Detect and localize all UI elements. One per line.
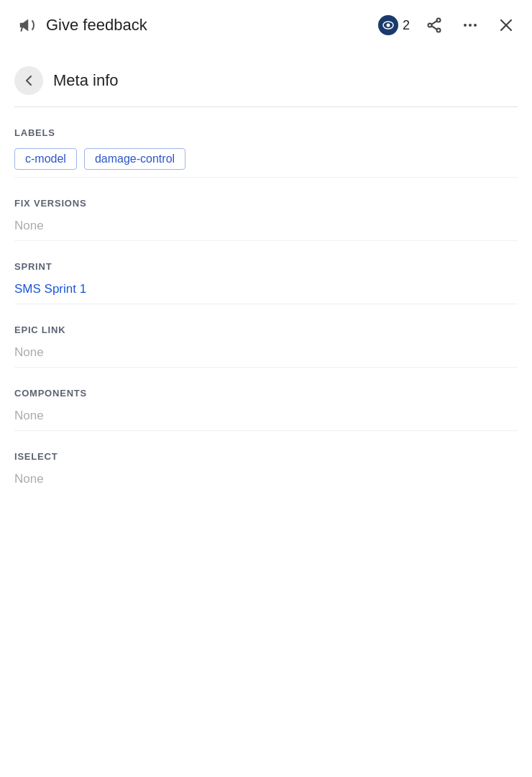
share-button[interactable]	[423, 14, 446, 37]
header-actions: 2	[378, 14, 518, 37]
section-label-sprint: SPRINT	[14, 261, 518, 272]
section-label-fix-versions: FIX VERSIONS	[14, 198, 518, 209]
section-value-sprint[interactable]: SMS Sprint 1	[14, 282, 518, 296]
meta-info-title: Meta info	[53, 71, 119, 90]
labels-row: c-modeldamage-control	[14, 148, 518, 170]
header-left: Give feedback	[14, 13, 378, 37]
section-fix-versions: FIX VERSIONSNone	[14, 178, 518, 240]
eye-icon	[378, 15, 398, 35]
more-button[interactable]	[459, 14, 482, 37]
watch-badge[interactable]: 2	[378, 15, 410, 35]
tag-c-model[interactable]: c-model	[14, 148, 77, 170]
sections-container: LABELSc-modeldamage-controlFIX VERSIONSN…	[14, 107, 518, 494]
content-area: Meta info LABELSc-modeldamage-controlFIX…	[0, 50, 532, 494]
meta-header: Meta info	[14, 50, 518, 107]
section-value-iselect: None	[14, 472, 518, 486]
page-title: Give feedback	[46, 16, 147, 35]
section-value-fix-versions: None	[14, 219, 518, 233]
section-components: COMPONENTSNone	[14, 368, 518, 430]
header: Give feedback 2	[0, 0, 532, 50]
megaphone-icon	[14, 13, 39, 37]
svg-line-6	[432, 26, 437, 29]
section-label-labels: LABELS	[14, 127, 518, 138]
watch-count: 2	[403, 18, 410, 33]
svg-point-9	[474, 24, 477, 27]
section-value-epic-link: None	[14, 345, 518, 360]
section-label-iselect: ISELECT	[14, 451, 518, 462]
section-label-epic-link: EPIC LINK	[14, 324, 518, 335]
section-sprint: SPRINTSMS Sprint 1	[14, 241, 518, 304]
svg-line-5	[432, 21, 437, 24]
svg-point-7	[464, 24, 467, 27]
section-label-components: COMPONENTS	[14, 388, 518, 399]
close-button[interactable]	[495, 14, 518, 37]
tag-damage-control[interactable]: damage-control	[84, 148, 185, 170]
svg-point-8	[469, 24, 472, 27]
back-button[interactable]	[14, 66, 43, 95]
section-value-components: None	[14, 409, 518, 423]
section-labels: LABELSc-modeldamage-control	[14, 107, 518, 177]
svg-point-1	[386, 24, 390, 27]
section-iselect: ISELECTNone	[14, 431, 518, 494]
section-epic-link: EPIC LINKNone	[14, 304, 518, 367]
